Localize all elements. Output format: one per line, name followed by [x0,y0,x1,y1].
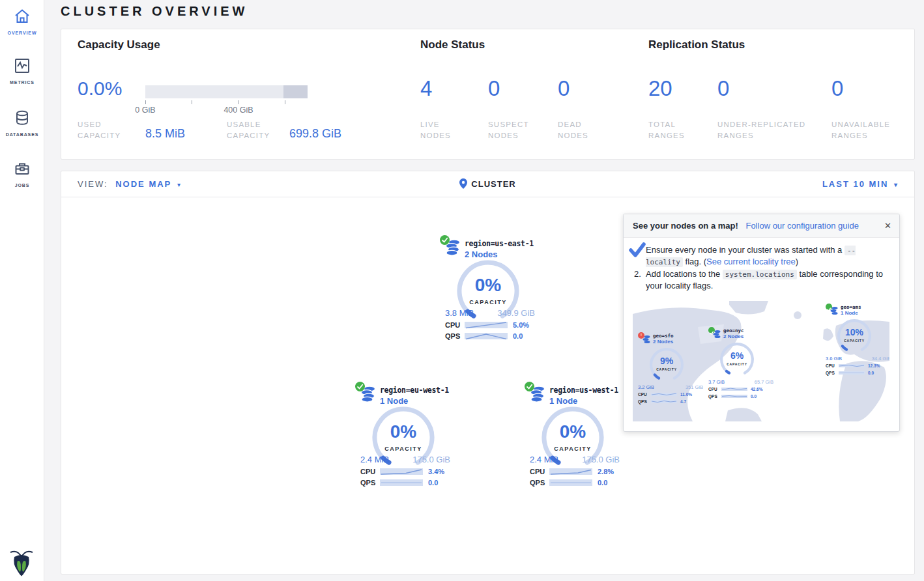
capacity-tick-label: 0 GiB [123,106,168,115]
capacity-percent: 0% [455,275,521,296]
suspect-nodes-label: SUSPECT NODES [488,119,529,141]
breadcrumb-label: CLUSTER [471,179,515,189]
breadcrumb-cluster[interactable]: CLUSTER [61,178,914,189]
region-label: region=us-east-1 [465,239,534,248]
node-group-us-east-1[interactable]: region=us-east-1 2 Nodes 0% CAPACITY 3.8… [436,235,540,345]
cpu-sparkline [839,363,865,368]
sidebar-item-label: METRICS [0,80,44,85]
node-count: 1 Node [549,396,577,406]
briefcase-icon [14,160,31,180]
under-replicated-label: UNDER-REPLICATED RANGES [717,119,805,141]
capacity-gauge: 9% CAPACITY [648,347,685,383]
used-value: 3.6 GiB [826,356,842,361]
capacity-usage-title: Capacity Usage [78,38,160,51]
locality-tree-link[interactable]: See current locality tree [706,257,796,266]
used-value: 2.4 MiB [530,455,558,464]
cpu-sparkline [721,387,747,391]
unavailable-ranges-label: UNAVAILABLE RANGES [831,119,890,141]
time-range-dropdown[interactable]: LAST 10 MIN ▾ [822,179,899,189]
node-map-setup-tooltip: See your nodes on a map! Follow our conf… [623,214,900,432]
cpu-value: 2.8% [598,468,614,475]
sidebar-item-databases[interactable]: DATABASES [0,109,44,137]
used-value: 3.2 GiB [638,384,654,390]
capacity-label: CAPACITY [836,339,873,343]
map-toolbar: VIEW: NODE MAP ▾ CLUSTER LAST 10 MIN ▾ [61,171,914,197]
cpu-value: 5.0% [513,321,529,329]
cpu-value: 12.3% [868,363,880,368]
setup-step-1: Ensure every node in your cluster was st… [634,244,890,268]
home-icon [14,8,31,27]
sidebar-item-jobs[interactable]: JOBS [0,160,44,188]
healthy-check-icon [708,327,715,333]
used-capacity-label: USED CAPACITY [78,119,121,141]
qps-sparkline [465,332,508,341]
warning-icon: ! [638,332,644,339]
capacity-label: CAPACITY [455,299,521,305]
qps-sparkline [549,478,592,487]
sidebar-item-overview[interactable]: OVERVIEW [0,8,44,35]
cpu-sparkline [465,320,508,330]
capacity-label: CAPACITY [719,362,755,366]
database-icon [14,109,31,129]
suspect-nodes-value: 0 [488,76,500,101]
sidebar-item-label: DATABASES [0,132,44,137]
used-value: 3.8 MiB [445,308,474,318]
capacity-label: CAPACITY [648,367,685,371]
qps-label: QPS [708,394,721,399]
qps-label: QPS [360,479,380,487]
capacity-bar [145,85,308,98]
live-nodes-label: LIVE NODES [420,119,451,141]
qps-value: 4.7 [680,399,686,404]
qps-label: QPS [530,479,549,487]
cpu-label: CPU [638,392,651,397]
sidebar-item-label: OVERVIEW [0,31,44,35]
dead-nodes-value: 0 [558,76,570,101]
total-value: 351 GiB [686,384,703,390]
capacity-tick [285,100,285,104]
capacity-tick [238,100,239,104]
dead-nodes-label: DEAD NODES [558,119,588,141]
sidebar-item-label: JOBS [0,183,44,188]
setup-step-2: 2. Add locations to the system.locations… [634,268,890,292]
qps-value: 0.0 [513,332,523,340]
cpu-sparkline [549,467,592,476]
cpu-label: CPU [360,468,380,475]
cpu-label: CPU [826,363,839,368]
qps-value: 0.0 [751,394,757,399]
usable-capacity-label: USABLE CAPACITY [227,119,270,141]
healthy-check-icon [826,304,832,310]
tooltip-header: See your nodes on a map! Follow our conf… [624,214,899,238]
qps-value: 0.0 [598,479,607,487]
configuration-guide-link[interactable]: Follow our configuration guide [745,221,858,231]
step-text: Add locations to the [646,269,723,279]
capacity-label: CAPACITY [540,446,605,452]
close-icon[interactable]: ✕ [884,221,891,231]
total-value: 175.0 GiB [412,455,450,464]
cockroachdb-logo[interactable] [8,548,35,577]
cpu-sparkline [651,392,677,397]
capacity-percent: 10% [836,327,873,337]
node-group-us-west-1[interactable]: region=us-west-1 1 Node 0% CAPACITY 2.4 … [521,382,625,491]
total-value: 65.7 GiB [755,379,773,385]
capacity-tick-label: 400 GiB [216,106,261,115]
region-label: geo=ams [841,304,861,310]
qps-sparkline [721,394,747,399]
qps-sparkline [380,478,423,487]
step-number: 2. [634,268,641,280]
region-label: region=eu-west-1 [380,386,449,395]
total-value: 34.4 GiB [872,356,889,361]
step-text: Ensure every node in your cluster was st… [646,245,845,255]
cpu-label: CPU [445,321,465,329]
sidebar-item-metrics[interactable]: METRICS [0,57,44,85]
cpu-value: 3.4% [428,468,444,475]
qps-label: QPS [638,399,651,404]
node-group-eu-west-1[interactable]: region=eu-west-1 1 Node 0% CAPACITY 2.4 … [351,382,455,491]
region-label: region=us-west-1 [549,386,618,395]
blue-check-icon [629,242,646,261]
under-replicated-value: 0 [717,76,729,101]
node-count: 2 Nodes [723,333,744,339]
metrics-icon [14,57,31,77]
qps-sparkline [839,371,865,375]
node-count: 2 Nodes [465,249,498,259]
capacity-percent: 6% [719,350,755,361]
